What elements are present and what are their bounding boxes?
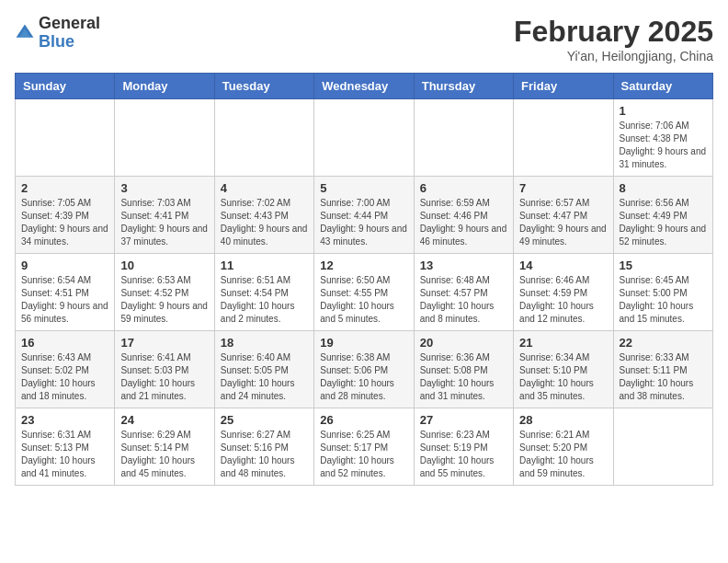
- day-number: 18: [221, 336, 308, 350]
- day-number: 25: [221, 413, 308, 427]
- day-number: 23: [21, 413, 108, 427]
- calendar-cell: 3Sunrise: 7:03 AM Sunset: 4:41 PM Daylig…: [115, 177, 214, 254]
- calendar-cell: [613, 408, 712, 486]
- calendar-cell: 2Sunrise: 7:05 AM Sunset: 4:39 PM Daylig…: [16, 177, 115, 254]
- calendar-cell: 1Sunrise: 7:06 AM Sunset: 4:38 PM Daylig…: [613, 99, 712, 177]
- day-info: Sunrise: 6:36 AM Sunset: 5:08 PM Dayligh…: [420, 351, 507, 403]
- day-info: Sunrise: 6:33 AM Sunset: 5:11 PM Dayligh…: [620, 351, 707, 403]
- calendar-cell: 13Sunrise: 6:48 AM Sunset: 4:57 PM Dayli…: [414, 254, 513, 331]
- day-number: 16: [21, 336, 108, 350]
- calendar-cell: [314, 99, 414, 177]
- day-number: 1: [620, 104, 707, 118]
- weekday-header-friday: Friday: [514, 74, 613, 99]
- day-info: Sunrise: 6:38 AM Sunset: 5:06 PM Dayligh…: [320, 351, 407, 403]
- day-number: 17: [120, 336, 208, 350]
- day-info: Sunrise: 6:57 AM Sunset: 4:47 PM Dayligh…: [519, 197, 607, 248]
- month-title: February 2025: [514, 15, 713, 49]
- calendar-cell: [115, 99, 214, 177]
- day-number: 27: [420, 413, 507, 427]
- calendar-cell: 20Sunrise: 6:36 AM Sunset: 5:08 PM Dayli…: [414, 331, 513, 408]
- weekday-header-tuesday: Tuesday: [214, 74, 313, 99]
- day-number: 10: [120, 259, 208, 272]
- week-row-2: 2Sunrise: 7:05 AM Sunset: 4:39 PM Daylig…: [16, 177, 713, 254]
- day-number: 7: [519, 181, 607, 195]
- calendar-table: SundayMondayTuesdayWednesdayThursdayFrid…: [15, 73, 713, 486]
- calendar-body: 1Sunrise: 7:06 AM Sunset: 4:38 PM Daylig…: [16, 99, 713, 486]
- weekday-header-monday: Monday: [115, 74, 214, 99]
- day-info: Sunrise: 6:50 AM Sunset: 4:55 PM Dayligh…: [320, 274, 407, 326]
- day-number: 28: [519, 413, 607, 427]
- title-block: February 2025 Yi'an, Heilongjiang, China: [514, 15, 713, 63]
- week-row-4: 16Sunrise: 6:43 AM Sunset: 5:02 PM Dayli…: [16, 331, 713, 408]
- day-number: 11: [221, 259, 308, 272]
- day-number: 13: [420, 259, 507, 272]
- week-row-5: 23Sunrise: 6:31 AM Sunset: 5:13 PM Dayli…: [16, 408, 713, 486]
- day-info: Sunrise: 6:54 AM Sunset: 4:51 PM Dayligh…: [21, 274, 108, 326]
- page-header: General Blue February 2025 Yi'an, Heilon…: [15, 15, 713, 63]
- day-info: Sunrise: 6:46 AM Sunset: 4:59 PM Dayligh…: [519, 274, 607, 326]
- day-info: Sunrise: 6:21 AM Sunset: 5:20 PM Dayligh…: [519, 429, 607, 480]
- calendar-cell: 6Sunrise: 6:59 AM Sunset: 4:46 PM Daylig…: [414, 177, 513, 254]
- calendar-cell: [514, 99, 613, 177]
- day-number: 12: [320, 259, 407, 272]
- weekday-header-thursday: Thursday: [414, 74, 513, 99]
- day-info: Sunrise: 6:40 AM Sunset: 5:05 PM Dayligh…: [221, 351, 308, 403]
- calendar-cell: 18Sunrise: 6:40 AM Sunset: 5:05 PM Dayli…: [214, 331, 313, 408]
- day-info: Sunrise: 7:03 AM Sunset: 4:41 PM Dayligh…: [120, 197, 208, 248]
- day-info: Sunrise: 7:05 AM Sunset: 4:39 PM Dayligh…: [21, 197, 108, 248]
- day-number: 4: [221, 181, 308, 195]
- calendar-cell: 10Sunrise: 6:53 AM Sunset: 4:52 PM Dayli…: [115, 254, 214, 331]
- day-info: Sunrise: 6:45 AM Sunset: 5:00 PM Dayligh…: [620, 274, 707, 326]
- calendar-cell: 19Sunrise: 6:38 AM Sunset: 5:06 PM Dayli…: [314, 331, 414, 408]
- day-info: Sunrise: 6:29 AM Sunset: 5:14 PM Dayligh…: [120, 429, 208, 480]
- logo-general-text: General: [39, 14, 100, 32]
- day-info: Sunrise: 6:23 AM Sunset: 5:19 PM Dayligh…: [420, 429, 507, 480]
- day-info: Sunrise: 6:43 AM Sunset: 5:02 PM Dayligh…: [21, 351, 108, 403]
- logo: General Blue: [15, 15, 100, 52]
- weekday-header-sunday: Sunday: [16, 74, 115, 99]
- calendar-cell: 23Sunrise: 6:31 AM Sunset: 5:13 PM Dayli…: [16, 408, 115, 486]
- calendar-cell: 12Sunrise: 6:50 AM Sunset: 4:55 PM Dayli…: [314, 254, 414, 331]
- calendar-header: SundayMondayTuesdayWednesdayThursdayFrid…: [16, 74, 713, 99]
- weekday-header-row: SundayMondayTuesdayWednesdayThursdayFrid…: [16, 74, 713, 99]
- calendar-cell: 8Sunrise: 6:56 AM Sunset: 4:49 PM Daylig…: [613, 177, 712, 254]
- calendar-cell: [16, 99, 115, 177]
- day-number: 15: [620, 259, 707, 272]
- day-number: 14: [519, 259, 607, 272]
- calendar-cell: [214, 99, 313, 177]
- day-info: Sunrise: 6:59 AM Sunset: 4:46 PM Dayligh…: [420, 197, 507, 248]
- day-number: 8: [620, 181, 707, 195]
- calendar-cell: [414, 99, 513, 177]
- calendar-cell: 4Sunrise: 7:02 AM Sunset: 4:43 PM Daylig…: [214, 177, 313, 254]
- day-info: Sunrise: 6:25 AM Sunset: 5:17 PM Dayligh…: [320, 429, 407, 480]
- day-info: Sunrise: 6:53 AM Sunset: 4:52 PM Dayligh…: [120, 274, 208, 326]
- day-number: 5: [320, 181, 407, 195]
- day-info: Sunrise: 7:06 AM Sunset: 4:38 PM Dayligh…: [620, 120, 707, 171]
- week-row-1: 1Sunrise: 7:06 AM Sunset: 4:38 PM Daylig…: [16, 99, 713, 177]
- calendar-cell: 15Sunrise: 6:45 AM Sunset: 5:00 PM Dayli…: [613, 254, 712, 331]
- calendar-cell: 26Sunrise: 6:25 AM Sunset: 5:17 PM Dayli…: [314, 408, 414, 486]
- calendar-cell: 21Sunrise: 6:34 AM Sunset: 5:10 PM Dayli…: [514, 331, 613, 408]
- day-number: 9: [21, 259, 108, 272]
- day-info: Sunrise: 6:48 AM Sunset: 4:57 PM Dayligh…: [420, 274, 507, 326]
- calendar-cell: 27Sunrise: 6:23 AM Sunset: 5:19 PM Dayli…: [414, 408, 513, 486]
- calendar-cell: 16Sunrise: 6:43 AM Sunset: 5:02 PM Dayli…: [16, 331, 115, 408]
- day-number: 21: [519, 336, 607, 350]
- calendar-cell: 25Sunrise: 6:27 AM Sunset: 5:16 PM Dayli…: [214, 408, 313, 486]
- calendar-cell: 11Sunrise: 6:51 AM Sunset: 4:54 PM Dayli…: [214, 254, 313, 331]
- day-number: 19: [320, 336, 407, 350]
- calendar-cell: 7Sunrise: 6:57 AM Sunset: 4:47 PM Daylig…: [514, 177, 613, 254]
- day-number: 6: [420, 181, 507, 195]
- day-info: Sunrise: 6:56 AM Sunset: 4:49 PM Dayligh…: [620, 197, 707, 248]
- calendar-cell: 28Sunrise: 6:21 AM Sunset: 5:20 PM Dayli…: [514, 408, 613, 486]
- week-row-3: 9Sunrise: 6:54 AM Sunset: 4:51 PM Daylig…: [16, 254, 713, 331]
- day-info: Sunrise: 7:00 AM Sunset: 4:44 PM Dayligh…: [320, 197, 407, 248]
- day-number: 24: [120, 413, 208, 427]
- day-info: Sunrise: 6:31 AM Sunset: 5:13 PM Dayligh…: [21, 429, 108, 480]
- day-number: 26: [320, 413, 407, 427]
- day-number: 22: [620, 336, 707, 350]
- location-text: Yi'an, Heilongjiang, China: [514, 49, 713, 63]
- day-number: 20: [420, 336, 507, 350]
- calendar-cell: 14Sunrise: 6:46 AM Sunset: 4:59 PM Dayli…: [514, 254, 613, 331]
- day-info: Sunrise: 7:02 AM Sunset: 4:43 PM Dayligh…: [221, 197, 308, 248]
